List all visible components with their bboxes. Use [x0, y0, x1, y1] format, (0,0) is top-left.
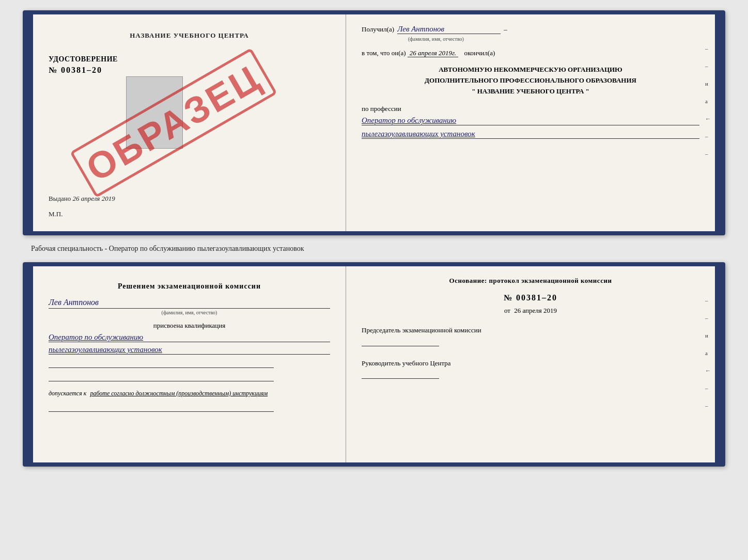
- bottom-right-panel: Основание: протокол экзаменационной коми…: [346, 266, 715, 462]
- predsedatel-signature: [362, 336, 439, 346]
- recipient-name: Лев Антпонов: [397, 25, 501, 34]
- spine-right: [715, 14, 721, 231]
- vydano-date: 26 апреля 2019: [73, 195, 115, 202]
- vtom-line: в том, что он(а) 26 апреля 2019г. окончи…: [362, 49, 699, 57]
- side-marks-bottom: – – и а ← – –: [705, 297, 711, 409]
- mark-7: –: [705, 151, 711, 157]
- bottom-document: Решением экзаменационной комиссии Лев Ан…: [23, 262, 725, 467]
- poluchil-prefix: Получил(а): [362, 25, 394, 34]
- mark-3: и: [705, 81, 711, 87]
- top-center-title: НАЗВАНИЕ УЧЕБНОГО ЦЕНТРА: [49, 31, 330, 40]
- mark-1: –: [705, 45, 711, 52]
- fio-sub-top: (фамилия, имя, отчество): [408, 36, 699, 42]
- signature-blank-2: [49, 371, 274, 381]
- okonchil: окончил(а): [464, 49, 495, 57]
- ot-date-block: от 26 апреля 2019: [362, 307, 699, 315]
- rukovoditel-label: Руководитель учебного Центра: [362, 358, 699, 369]
- bmark-5: ←: [705, 367, 711, 374]
- kvalif-line2: пылегазоулавливающих установок: [49, 345, 330, 355]
- mark-2: –: [705, 63, 711, 69]
- bottom-left-panel: Решением экзаменационной комиссии Лев Ан…: [33, 266, 346, 462]
- side-marks-top: – – и а ← – –: [705, 45, 711, 157]
- dopusk-text: работе согласно должностным (производств…: [90, 390, 268, 397]
- prof-line2: пылегазоулавливающих установок: [362, 130, 699, 139]
- osnov-title: Основание: протокол экзаменационной коми…: [362, 277, 699, 285]
- org-line3: " НАЗВАНИЕ УЧЕБНОГО ЦЕНТРА ": [362, 86, 699, 97]
- org-line1: АВТОНОМНУЮ НЕКОММЕРЧЕСКУЮ ОРГАНИЗАЦИЮ: [362, 65, 699, 75]
- top-right-panel: Получил(а) Лев Антпонов – (фамилия, имя,…: [346, 14, 715, 231]
- prof-line1: Оператор по обслуживанию: [362, 116, 699, 125]
- recipient-line: Получил(а) Лев Антпонов –: [362, 25, 699, 34]
- predsedatel-block: Председатель экзаменационной комиссии: [362, 325, 699, 350]
- vydano-prefix: Выдано: [49, 195, 71, 202]
- vtom-prefix: в том, что он(а): [362, 49, 406, 57]
- bmark-1: –: [705, 297, 711, 303]
- ot-date: 26 апреля 2019: [514, 307, 557, 314]
- vtom-date: 26 апреля 2019г.: [408, 49, 458, 57]
- between-text: Рабочая специальность - Оператор по обсл…: [10, 245, 304, 253]
- photo-placeholder: [126, 76, 183, 149]
- bmark-7: –: [705, 403, 711, 409]
- rukovoditel-signature: [362, 369, 439, 379]
- mp-label: М.П.: [49, 210, 63, 218]
- udostoverenie-label: УДОСТОВЕРЕНИЕ: [49, 55, 118, 63]
- protocol-number: № 00381–20: [362, 293, 699, 302]
- top-document: НАЗВАНИЕ УЧЕБНОГО ЦЕНТРА УДОСТОВЕРЕНИЕ №…: [23, 10, 725, 235]
- commission-title: Решением экзаменационной комиссии: [49, 281, 330, 292]
- rukovoditel-block: Руководитель учебного Центра: [362, 358, 699, 383]
- kvalif-line1: Оператор по обслуживанию: [49, 333, 330, 342]
- org-line2: ДОПОЛНИТЕЛЬНОГО ПРОФЕССИОНАЛЬНОГО ОБРАЗО…: [362, 75, 699, 86]
- bottom-fio-sub: (фамилия, имя, отчество): [49, 308, 330, 315]
- dopuskaetsya-line: допускается к работе согласно должностны…: [49, 390, 330, 397]
- vydano-line: Выдано 26 апреля 2019: [49, 195, 115, 203]
- bmark-4: а: [705, 350, 711, 356]
- signature-blank-3: [49, 402, 274, 412]
- bottom-person-name: Лев Антпонов: [49, 298, 330, 307]
- udostoverenie-number: № 00381–20: [49, 66, 102, 75]
- mark-4: а: [705, 98, 711, 104]
- mark-5: ←: [705, 116, 711, 122]
- bmark-6: –: [705, 385, 711, 391]
- org-block: АВТОНОМНУЮ НЕКОММЕРЧЕСКУЮ ОРГАНИЗАЦИЮ ДО…: [362, 65, 699, 97]
- dopusk-prefix: допускается к: [49, 390, 86, 397]
- mark-6: –: [705, 133, 711, 139]
- top-left-panel: НАЗВАНИЕ УЧЕБНОГО ЦЕНТРА УДОСТОВЕРЕНИЕ №…: [33, 14, 346, 231]
- bottom-spine-right: [715, 266, 721, 462]
- bmark-3: и: [705, 332, 711, 339]
- dash1: –: [504, 25, 507, 34]
- assigned-label: присвоена квалификация: [49, 322, 330, 330]
- stamp-area: УДОСТОВЕРЕНИЕ № 00381–20: [49, 50, 330, 80]
- bottom-spine-left: [27, 266, 33, 462]
- po-professii: по профессии: [362, 105, 699, 113]
- signature-blank-1: [49, 358, 274, 368]
- ot-prefix: от: [504, 307, 510, 314]
- bmark-2: –: [705, 315, 711, 321]
- predsedatel-label: Председатель экзаменационной комиссии: [362, 325, 699, 336]
- spine-left: [27, 14, 33, 231]
